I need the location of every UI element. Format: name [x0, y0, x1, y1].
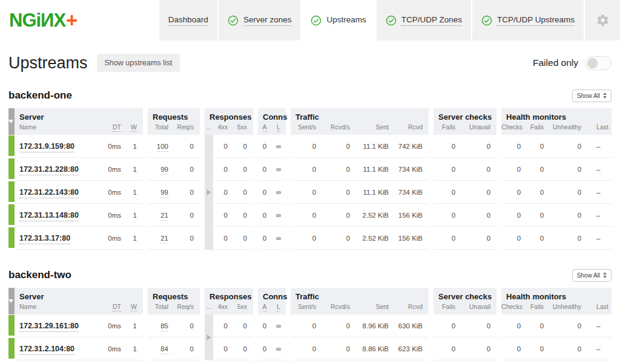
tab-tcp-udp-zones[interactable]: TCP/UDP Zones [377, 0, 471, 41]
failed-only-label: Failed only [533, 57, 578, 68]
show-upstreams-list-button[interactable]: Show upstreams list [97, 54, 180, 72]
server-row: 172.31.21.228:800ms1990000∞0011.1 KiB734… [8, 158, 612, 181]
expand-arrow-icon[interactable] [207, 189, 211, 195]
tab-upstreams[interactable]: Upstreams [302, 0, 375, 41]
toggle-knob-icon [587, 58, 598, 68]
cell-health_unhealthy: 0 [550, 227, 587, 250]
caret-down-icon [8, 299, 13, 303]
group-header: Server checks [434, 288, 496, 302]
tab-tcp-udp-upstreams[interactable]: TCP/UDP Upstreams [472, 0, 584, 41]
column-gap [143, 135, 148, 158]
server-link[interactable]: 172.31.2.104:80 [19, 345, 74, 355]
col-header: ... [205, 123, 213, 135]
show-all-label: Show All [577, 93, 600, 99]
row-expander-strip[interactable] [205, 227, 213, 250]
cell-health_unhealthy: 0 [550, 135, 587, 158]
server-link[interactable]: 172.31.22.143:80 [19, 188, 79, 198]
tab-server-zones[interactable]: Server zones [219, 0, 301, 41]
expand-arrow-icon[interactable] [207, 334, 211, 340]
col-header: Total [148, 123, 174, 135]
cell-traffic_rcvd: 156 KiB [395, 204, 429, 227]
server-link[interactable]: 172.31.9.159:80 [19, 142, 74, 152]
check-circle-icon [228, 15, 239, 26]
settings-button[interactable] [585, 0, 620, 41]
column-gap [496, 204, 501, 227]
column-gap [200, 181, 205, 204]
cell-traffic_sent: 8.96 KiB [356, 314, 395, 337]
nav-spacer [78, 0, 157, 41]
column-gap [496, 158, 501, 181]
col-header: Unhealthy [550, 123, 587, 135]
show-all-select[interactable]: Show All [572, 89, 612, 102]
column-gap [200, 135, 205, 158]
cell-resp_4xx: 0 [213, 181, 234, 204]
cell-resp_4xx: 0 [213, 314, 234, 337]
cell-conns_a: 0 [258, 181, 271, 204]
show-all-select[interactable]: Show All [572, 269, 612, 282]
row-expander-strip[interactable] [205, 135, 213, 158]
col-header: 5xx [234, 123, 253, 135]
row-expander-strip[interactable] [205, 337, 213, 360]
check-circle-icon [481, 15, 492, 26]
col-header: Total [148, 302, 174, 314]
col-header: A [258, 123, 271, 135]
gear-icon [596, 13, 610, 27]
cell-health_unhealthy: 0 [550, 314, 587, 337]
col-header: 5xx [234, 302, 253, 314]
column-gap [253, 108, 258, 135]
group-header: Health monitors [501, 108, 612, 123]
cell-dt: 0ms [94, 135, 127, 158]
cell-total: 21 [148, 227, 174, 250]
requests-total-link[interactable]: 99 [160, 166, 168, 175]
server-link[interactable]: 172.31.29.161:80 [19, 322, 79, 332]
column-gap [143, 204, 148, 227]
cell-w: 1 [127, 314, 143, 337]
upstream-sections: backend-oneShow AllServerRequestsRespons… [8, 88, 612, 360]
column-gap [429, 288, 434, 314]
cell-resp_4xx: 0 [213, 158, 234, 181]
col-header: Unavail [461, 123, 496, 135]
cell-traffic_rcvd: 742 KiB [395, 135, 429, 158]
cell-health_checks: 0 [501, 135, 527, 158]
col-header: Req/s [174, 123, 200, 135]
column-gap [143, 314, 148, 337]
tab-label: TCP/UDP Upstreams [497, 15, 575, 26]
server-link[interactable]: 172.31.13.148:80 [19, 211, 79, 221]
failed-only-toggle[interactable] [585, 56, 612, 70]
tab-dashboard[interactable]: Dashboard [159, 0, 217, 41]
nginx-plus-logo: NGiИX + [0, 0, 78, 41]
column-gap [143, 158, 148, 181]
column-gap [286, 227, 291, 250]
cell-resp_5xx: 0 [234, 204, 253, 227]
server-status-bar [8, 337, 15, 360]
column-gap [253, 314, 258, 337]
cell-traffic_rcvd_s: 0 [322, 158, 356, 181]
cell-health_fails: 0 [527, 227, 550, 250]
row-expander-strip[interactable] [205, 158, 213, 181]
requests-total-link[interactable]: 21 [160, 235, 168, 244]
server-link[interactable]: 172.31.21.228:80 [19, 165, 79, 175]
requests-total-link[interactable]: 85 [160, 322, 168, 331]
cell-checks_fails: 0 [434, 314, 461, 337]
row-expander-strip[interactable] [205, 204, 213, 227]
requests-total-link[interactable]: 84 [160, 345, 168, 354]
server-status-bar [8, 181, 15, 204]
group-header: Requests [148, 108, 200, 123]
cell-conns_a: 0 [258, 135, 271, 158]
cell-traffic_sent: 11.1 KiB [356, 158, 395, 181]
cell-dt: 0ms [94, 337, 127, 360]
server-link[interactable]: 172.31.3.17:80 [19, 234, 70, 244]
col-header: Sent [356, 302, 395, 314]
cell-traffic_rcvd_s: 0 [322, 337, 356, 360]
requests-total-link[interactable]: 99 [160, 189, 168, 198]
cell-checks_unavail: 0 [461, 337, 496, 360]
cell-health_last: – [587, 337, 612, 360]
requests-total-link[interactable]: 100 [157, 143, 168, 152]
col-header: Checks [501, 123, 527, 135]
requests-total-link[interactable]: 21 [160, 212, 168, 221]
up-down-arrows-icon [603, 272, 607, 278]
cell-traffic_rcvd: 630 KiB [395, 314, 429, 337]
section-header: backend-oneShow All [8, 88, 612, 103]
column-gap [429, 314, 434, 337]
cell-health_fails: 0 [527, 181, 550, 204]
